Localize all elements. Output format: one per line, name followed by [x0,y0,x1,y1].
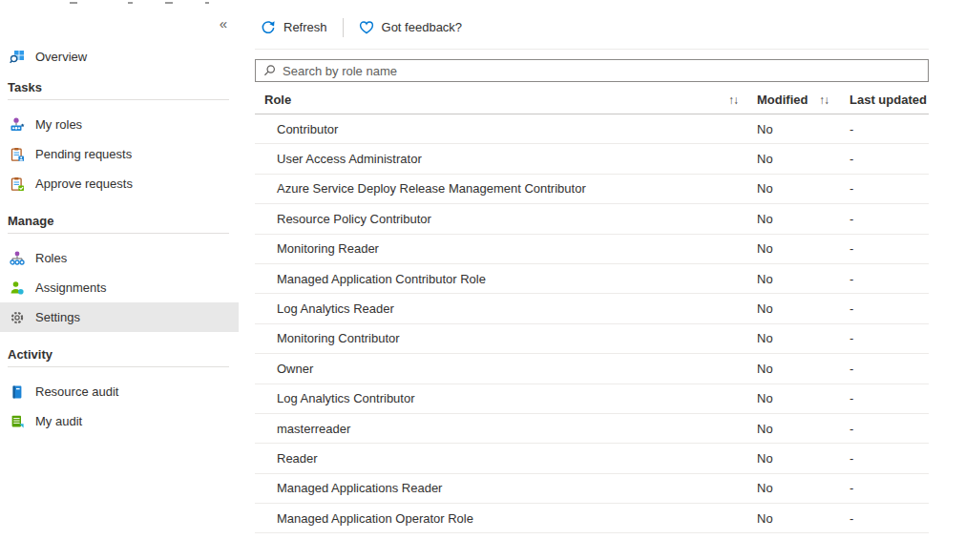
approve-requests-icon [10,176,25,192]
modified-cell: No [757,241,850,256]
modified-cell: No [757,272,850,286]
table-row[interactable]: Azure Service Deploy Release Management … [255,175,929,204]
sidebar-item-pending-requests[interactable]: Pending requests [0,139,239,169]
sidebar-section-header-manage: Manage [0,210,239,233]
sidebar-item-label: Overview [35,50,87,64]
modified-cell: No [757,122,850,136]
role-name-cell: Managed Application Operator Role [255,511,757,526]
last-updated-cell: - [850,272,929,286]
column-header-last-updated[interactable]: Last updated [850,93,929,107]
roles-icon [10,251,25,266]
roles-table: Role ↑↓ Modified ↑↓ Last updated Contrib… [255,86,929,533]
sidebar-section-divider [8,366,229,367]
last-updated-cell: - [850,152,929,166]
sidebar-item-label: Resource audit [35,384,118,399]
toolbar-separator [343,18,344,37]
table-row[interactable]: Managed Application Operator Role No - [255,504,929,533]
resource-audit-icon [10,384,25,400]
command-bar: Refresh Got feedback? [255,0,929,50]
column-header-role[interactable]: Role [255,93,728,107]
heart-icon [359,20,374,35]
sort-icon-role[interactable]: ↑↓ [728,93,757,107]
sidebar-section-divider [8,233,229,234]
table-row[interactable]: Log Analytics Reader No - [255,294,929,323]
last-updated-cell: - [850,301,929,316]
last-updated-cell: - [850,331,929,345]
collapse-sidebar-icon[interactable]: « [220,13,227,42]
search-input[interactable] [256,60,928,81]
got-feedback-button[interactable]: Got feedback? [353,16,469,39]
clipped-text-fragment [70,2,77,4]
refresh-icon [261,20,276,35]
last-updated-cell: - [850,122,929,136]
role-name-cell: Reader [255,451,757,466]
sidebar-item-label: My audit [35,414,82,428]
sidebar-item-label: Pending requests [35,147,132,161]
role-name-cell: Managed Application Contributor Role [255,272,757,286]
sidebar-collapse-row: « [0,13,239,42]
role-name-cell: Monitoring Contributor [255,331,757,345]
modified-cell: No [757,511,850,526]
modified-cell: No [757,391,850,405]
assignments-icon [10,280,25,296]
clipped-text-fragment [128,2,133,4]
last-updated-cell: - [850,391,929,405]
sidebar-item-roles[interactable]: Roles [0,243,239,273]
last-updated-cell: - [850,212,929,226]
role-name-cell: Log Analytics Reader [255,301,757,316]
last-updated-cell: - [850,481,929,495]
table-row[interactable]: Monitoring Reader No - [255,235,929,264]
last-updated-cell: - [850,241,929,256]
clipped-text-fragment [205,2,209,4]
pending-requests-icon [10,147,25,162]
modified-cell: No [757,451,850,466]
search-icon [262,64,277,78]
table-row[interactable]: Owner No - [255,354,929,384]
sidebar-section-header-tasks: Tasks [0,76,239,99]
modified-cell: No [757,331,850,345]
sidebar-section-header-activity: Activity [0,343,239,366]
role-name-cell: User Access Administrator [255,152,757,166]
settings-icon [10,310,25,325]
modified-cell: No [757,152,850,166]
modified-cell: No [757,181,850,196]
table-row[interactable]: User Access Administrator No - [255,144,929,174]
last-updated-cell: - [850,511,929,526]
sidebar-item-my-roles[interactable]: My roles [0,110,239,139]
refresh-label: Refresh [283,20,327,34]
sidebar-item-overview[interactable]: Overview [0,42,239,72]
sidebar-item-approve-requests[interactable]: Approve requests [0,169,239,198]
table-row[interactable]: Resource Policy Contributor No - [255,204,929,234]
table-row[interactable]: Contributor No - [255,114,929,144]
last-updated-cell: - [850,451,929,466]
clipped-text-fragment [165,2,173,4]
table-body: Contributor No - User Access Administrat… [255,114,929,533]
role-name-cell: Managed Applications Reader [255,481,757,495]
sidebar-item-label: Roles [35,251,67,265]
sidebar-item-assignments[interactable]: Assignments [0,273,239,302]
role-name-cell: Log Analytics Contributor [255,391,757,405]
sidebar-item-my-audit[interactable]: My audit [0,406,239,436]
table-row[interactable]: Reader No - [255,444,929,473]
sidebar-item-settings[interactable]: Settings [0,302,239,332]
role-name-cell: Resource Policy Contributor [255,212,757,226]
column-header-modified[interactable]: Modified [757,93,819,107]
sort-icon-modified[interactable]: ↑↓ [819,93,850,107]
modified-cell: No [757,212,850,226]
sidebar-nav: « Overview Tasks My roles Pending reques… [0,13,239,436]
role-name-cell: masterreader [255,422,757,436]
modified-cell: No [757,422,850,436]
role-name-cell: Azure Service Deploy Release Management … [255,181,757,196]
modified-cell: No [757,362,850,376]
search-box [255,59,929,82]
table-row[interactable]: masterreader No - [255,414,929,444]
sidebar-item-resource-audit[interactable]: Resource audit [0,377,239,406]
table-row[interactable]: Managed Applications Reader No - [255,474,929,504]
table-row[interactable]: Monitoring Contributor No - [255,324,929,354]
modified-cell: No [757,481,850,495]
sidebar-item-label: Settings [35,310,80,324]
refresh-button[interactable]: Refresh [255,16,333,39]
sidebar-item-label: My roles [35,117,82,132]
table-row[interactable]: Log Analytics Contributor No - [255,384,929,414]
table-row[interactable]: Managed Application Contributor Role No … [255,264,929,294]
